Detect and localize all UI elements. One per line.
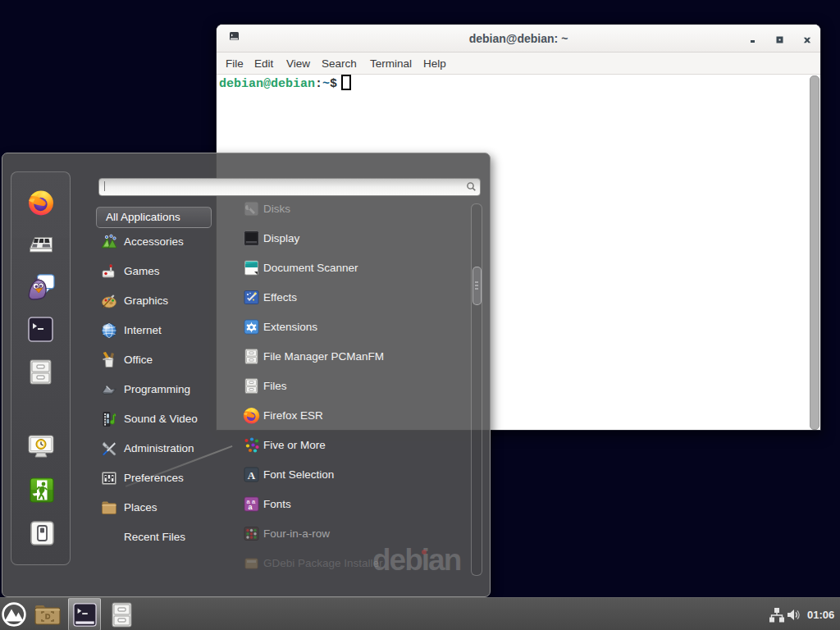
svg-text:A: A xyxy=(248,469,256,482)
